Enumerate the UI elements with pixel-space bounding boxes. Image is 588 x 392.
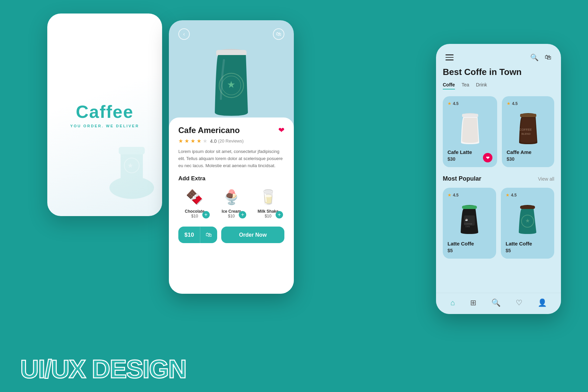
pop2-name: Latte Coffe bbox=[506, 241, 549, 246]
home-heading: Best Coffe in Town bbox=[443, 67, 554, 77]
pop2-cup-svg: ★ bbox=[514, 204, 541, 234]
svg-rect-17 bbox=[462, 206, 477, 209]
svg-rect-2 bbox=[119, 147, 145, 154]
svg-text:COFFEE: COFFEE bbox=[519, 128, 532, 131]
splash-screen: Caffee YOU ORDER. WE DELIVER ★ bbox=[47, 14, 162, 216]
popular-section-header: Most Popular View all bbox=[443, 175, 554, 182]
add-extra-heading: Add Extra bbox=[178, 175, 284, 182]
extras-row: 🍫 Chocolate $10 + 🍨 Ice Cream $10 + 🥛 bbox=[178, 187, 284, 218]
tab-drink[interactable]: Drink bbox=[476, 82, 487, 89]
ame-image: COFFEE BLEND bbox=[507, 109, 549, 146]
product-description: Lorem ipsum dolor sit amet, consectetur … bbox=[178, 148, 284, 169]
detail-card: Cafe Americano ❤ ★ ★ ★ ★ ★ 4.0 (20 Revie… bbox=[169, 117, 294, 294]
latte-cup-svg bbox=[457, 110, 484, 144]
pop1-price: $5 bbox=[448, 248, 491, 253]
detail-footer: $10 🛍 Order Now bbox=[178, 227, 284, 243]
pop1-cup-svg: ☕ COFFEE CAFE bbox=[456, 204, 483, 234]
view-all-button[interactable]: View all bbox=[538, 176, 554, 182]
nav-grid[interactable]: ⊞ bbox=[470, 298, 476, 307]
latte-heart-button[interactable]: ❤ bbox=[483, 153, 492, 162]
back-button[interactable]: ‹ bbox=[178, 28, 190, 40]
star-2: ★ bbox=[184, 138, 189, 144]
star-4: ★ bbox=[197, 138, 201, 144]
pop2-star: ★ bbox=[506, 192, 510, 198]
detail-screen: ‹ 🛍 ★ Cafe Americano ❤ ★ ★ ★ ★ bbox=[169, 20, 294, 294]
latte-star: ★ bbox=[448, 101, 452, 106]
ame-price: $30 bbox=[507, 156, 549, 162]
pop1-rating-num: 4.5 bbox=[453, 193, 459, 198]
top-action-icons: 🔍 🛍 bbox=[530, 53, 552, 61]
star-1: ★ bbox=[178, 138, 183, 144]
rating-row: ★ ★ ★ ★ ★ 4.0 (20 Reviews) bbox=[178, 138, 284, 144]
hamburger-line-1 bbox=[445, 54, 454, 55]
bottom-nav: ⌂ ⊞ 🔍 ♡ 👤 bbox=[436, 293, 561, 314]
rating-number: 4.0 bbox=[210, 138, 216, 144]
tab-tea[interactable]: Tea bbox=[462, 82, 469, 89]
svg-text:CAFE: CAFE bbox=[465, 226, 470, 228]
search-icon[interactable]: 🔍 bbox=[530, 53, 539, 61]
extra-milkshake: 🥛 Milk Shake $10 + bbox=[252, 187, 284, 218]
svg-rect-1 bbox=[121, 151, 143, 188]
latte-image bbox=[448, 109, 492, 146]
splash-logo: Caffee bbox=[76, 102, 134, 122]
svg-rect-11 bbox=[462, 114, 478, 117]
starbucks-cup-large: ★ bbox=[205, 45, 258, 116]
cart-icon-button[interactable]: 🛍 bbox=[200, 227, 217, 243]
ame-cup-svg: COFFEE BLEND bbox=[515, 110, 542, 144]
pop1-image: ☕ COFFEE CAFE bbox=[448, 200, 491, 237]
splash-tagline: YOU ORDER. WE DELIVER bbox=[70, 124, 139, 128]
category-tabs: Coffe Tea Drink bbox=[443, 82, 554, 89]
popular-title: Most Popular bbox=[443, 175, 481, 182]
pop2-rating-num: 4.5 bbox=[511, 193, 517, 198]
product-hero: ★ bbox=[169, 43, 294, 117]
pop2-rating: ★ 4.5 bbox=[506, 192, 549, 198]
cart-button[interactable]: 🛍 bbox=[273, 28, 284, 40]
order-now-button[interactable]: Order Now bbox=[221, 227, 284, 243]
featured-cards: ★ 4.5 Cafe Latte $30 ❤ ★ bbox=[443, 96, 554, 167]
cart-top-icon[interactable]: 🛍 bbox=[545, 53, 552, 61]
ame-star: ★ bbox=[507, 101, 511, 106]
ame-name: Caffe Ame bbox=[507, 149, 549, 155]
chocolate-image: 🍫 bbox=[183, 187, 206, 207]
pop1-rating: ★ 4.5 bbox=[448, 192, 491, 198]
nav-favorites[interactable]: ♡ bbox=[516, 298, 522, 307]
card-caffe-ame[interactable]: ★ 4.5 COFFEE BLEND Caffe Ame $30 bbox=[502, 96, 554, 167]
pop1-star: ★ bbox=[448, 192, 452, 198]
latte-rating-num: 4.5 bbox=[453, 101, 459, 106]
price-cart-group[interactable]: $10 🛍 bbox=[178, 227, 217, 243]
add-chocolate-button[interactable]: + bbox=[202, 211, 210, 218]
favorite-button[interactable]: ❤ bbox=[278, 126, 284, 135]
svg-text:★: ★ bbox=[127, 162, 133, 169]
bottom-label-area: UI/UX DESIGN UI/UX DESIGN bbox=[20, 356, 186, 382]
svg-rect-23 bbox=[520, 206, 535, 209]
nav-home[interactable]: ⌂ bbox=[450, 298, 455, 307]
menu-button[interactable] bbox=[445, 54, 454, 60]
milkshake-image: 🥛 bbox=[256, 187, 280, 207]
pop2-image: ★ bbox=[506, 200, 549, 237]
product-price: $10 bbox=[178, 227, 200, 243]
icecream-image: 🍨 bbox=[220, 187, 243, 207]
tab-coffe[interactable]: Coffe bbox=[443, 82, 455, 89]
pop2-price: $5 bbox=[506, 248, 549, 253]
product-title: Cafe Americano bbox=[178, 126, 240, 135]
svg-rect-13 bbox=[520, 114, 536, 117]
svg-text:BLEND: BLEND bbox=[521, 132, 531, 135]
popular-card-1[interactable]: ★ 4.5 ☕ COFFEE CAFE bbox=[443, 188, 496, 259]
detail-topbar: ‹ 🛍 bbox=[169, 20, 294, 43]
nav-search[interactable]: 🔍 bbox=[491, 298, 501, 307]
review-count: (20 Reviews) bbox=[218, 138, 244, 143]
bottom-label-main: UI/UX DESIGN bbox=[20, 356, 186, 382]
svg-text:☕: ☕ bbox=[465, 218, 468, 221]
ame-rating: ★ 4.5 bbox=[507, 101, 549, 106]
nav-profile[interactable]: 👤 bbox=[538, 298, 547, 307]
card-cafe-latte[interactable]: ★ 4.5 Cafe Latte $30 ❤ bbox=[443, 96, 497, 167]
home-topbar: 🔍 🛍 bbox=[436, 44, 561, 67]
hamburger-line-2 bbox=[445, 57, 454, 58]
extra-chocolate: 🍫 Chocolate $10 + bbox=[178, 187, 211, 218]
pop1-name: Latte Coffe bbox=[448, 241, 491, 246]
extra-icecream: 🍨 Ice Cream $10 + bbox=[215, 187, 248, 218]
svg-text:★: ★ bbox=[525, 218, 530, 224]
splash-watermark: ★ bbox=[95, 128, 162, 203]
hamburger-line-3 bbox=[445, 59, 454, 60]
popular-card-2[interactable]: ★ 4.5 ★ Latte Coffe $5 bbox=[501, 188, 554, 259]
